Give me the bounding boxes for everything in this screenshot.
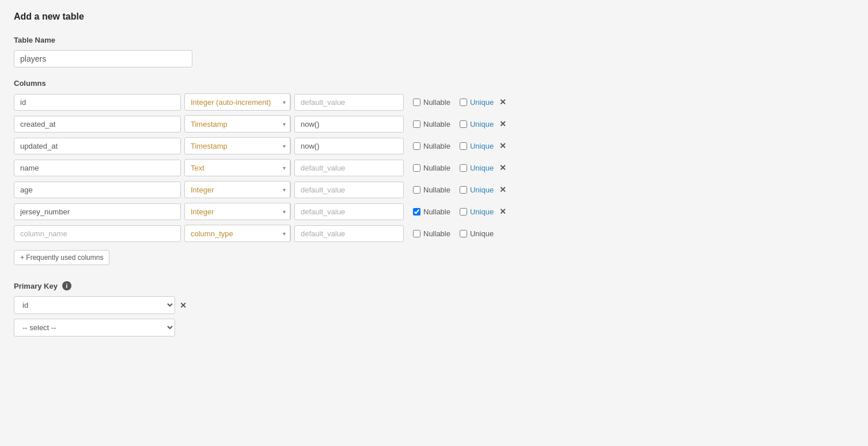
column-name-input[interactable] [14, 94, 181, 111]
columns-label: Columns [14, 79, 854, 88]
table-name-input[interactable] [14, 50, 192, 67]
unique-label: Unique [470, 186, 494, 194]
nullable-label: Nullable [423, 207, 450, 216]
nullable-group: Nullable [413, 142, 450, 150]
unique-group: Unique [460, 164, 494, 172]
column-type-divider [290, 116, 290, 132]
unique-label: Unique [470, 142, 494, 150]
unique-checkbox[interactable] [460, 230, 467, 237]
column-default-input[interactable] [294, 116, 404, 133]
nullable-checkbox[interactable] [413, 208, 420, 216]
column-type-select[interactable]: Integer (auto-increment)IntegerBigIntege… [185, 138, 290, 154]
frequently-used-button[interactable]: + Frequently used columns [14, 250, 109, 265]
column-default-input[interactable] [294, 138, 404, 154]
primary-key-label: Primary Key [14, 282, 58, 290]
column-type-wrapper: Integer (auto-increment)IntegerBigIntege… [184, 93, 291, 111]
nullable-group: Nullable [413, 229, 450, 238]
unique-label: Unique [470, 229, 494, 238]
nullable-group: Nullable [413, 207, 450, 216]
nullable-checkbox[interactable] [413, 164, 420, 172]
primary-key-select[interactable]: -- select --idcreated_atupdated_atnameag… [14, 319, 175, 337]
column-name-input[interactable] [14, 203, 181, 220]
column-type-divider [290, 225, 290, 241]
column-type-select[interactable]: Integer (auto-increment)IntegerBigIntege… [185, 116, 290, 132]
unique-checkbox[interactable] [460, 142, 467, 150]
nullable-group: Nullable [413, 186, 450, 194]
unique-label: Unique [470, 98, 494, 107]
column-default-input[interactable] [294, 94, 404, 111]
column-default-input[interactable] [294, 225, 404, 242]
column-type-select[interactable]: Integer (auto-increment)IntegerBigIntege… [185, 95, 290, 110]
unique-group: Unique [460, 229, 494, 238]
unique-label: Unique [470, 164, 494, 172]
table-row: Integer (auto-increment)IntegerBigIntege… [14, 115, 854, 133]
remove-column-button[interactable]: ✕ [497, 118, 509, 130]
columns-container: Integer (auto-increment)IntegerBigIntege… [14, 93, 854, 242]
unique-group: Unique [460, 120, 494, 128]
unique-group: Unique [460, 142, 494, 150]
column-type-select[interactable]: Integer (auto-increment)IntegerBigIntege… [185, 160, 290, 176]
column-type-select[interactable]: Integer (auto-increment)IntegerBigIntege… [185, 204, 290, 220]
unique-group: Unique [460, 98, 494, 107]
page-title: Add a new table [14, 12, 854, 22]
remove-column-button[interactable]: ✕ [497, 140, 509, 152]
column-type-wrapper: column_typeInteger (auto-increment)Integ… [184, 225, 291, 242]
nullable-group: Nullable [413, 98, 450, 107]
column-type-wrapper: Integer (auto-increment)IntegerBigIntege… [184, 115, 291, 133]
nullable-label: Nullable [423, 229, 450, 238]
nullable-checkbox[interactable] [413, 142, 420, 150]
column-type-select[interactable]: Integer (auto-increment)IntegerBigIntege… [185, 182, 290, 198]
unique-label: Unique [470, 207, 494, 216]
remove-column-button[interactable]: ✕ [497, 162, 509, 173]
column-type-select[interactable]: column_typeInteger (auto-increment)Integ… [185, 226, 290, 241]
unique-checkbox[interactable] [460, 208, 467, 216]
column-default-input[interactable] [294, 203, 404, 220]
pk-row: -- select --idcreated_atupdated_atnameag… [14, 296, 854, 314]
table-row: Integer (auto-increment)IntegerBigIntege… [14, 203, 854, 220]
unique-checkbox[interactable] [460, 120, 467, 128]
column-type-wrapper: Integer (auto-increment)IntegerBigIntege… [184, 181, 291, 198]
primary-key-select[interactable]: -- select --idcreated_atupdated_atnameag… [14, 296, 175, 314]
column-name-input[interactable] [14, 138, 181, 154]
remove-column-button[interactable]: ✕ [497, 206, 509, 217]
column-name-input[interactable] [14, 225, 181, 242]
unique-group: Unique [460, 186, 494, 194]
column-type-wrapper: Integer (auto-increment)IntegerBigIntege… [184, 159, 291, 176]
unique-checkbox[interactable] [460, 99, 467, 106]
column-type-wrapper: Integer (auto-increment)IntegerBigIntege… [184, 137, 291, 154]
column-type-divider [290, 182, 290, 198]
nullable-label: Nullable [423, 186, 450, 194]
table-row: Integer (auto-increment)IntegerBigIntege… [14, 93, 854, 111]
column-default-input[interactable] [294, 182, 404, 198]
nullable-checkbox[interactable] [413, 120, 420, 128]
remove-column-button[interactable]: ✕ [497, 184, 509, 195]
nullable-group: Nullable [413, 120, 450, 128]
nullable-label: Nullable [423, 98, 450, 107]
column-name-input[interactable] [14, 182, 181, 198]
nullable-checkbox[interactable] [413, 99, 420, 106]
column-type-divider [290, 94, 290, 110]
nullable-group: Nullable [413, 164, 450, 172]
column-type-wrapper: Integer (auto-increment)IntegerBigIntege… [184, 203, 291, 220]
table-row: Integer (auto-increment)IntegerBigIntege… [14, 181, 854, 198]
remove-pk-button[interactable]: ✕ [180, 301, 187, 310]
nullable-label: Nullable [423, 164, 450, 172]
table-row: Integer (auto-increment)IntegerBigIntege… [14, 137, 854, 154]
column-default-input[interactable] [294, 160, 404, 176]
column-name-input[interactable] [14, 160, 181, 176]
pk-container: -- select --idcreated_atupdated_atnameag… [14, 296, 854, 337]
nullable-checkbox[interactable] [413, 186, 420, 194]
unique-checkbox[interactable] [460, 164, 467, 172]
column-type-divider [290, 203, 290, 220]
remove-column-button[interactable]: ✕ [497, 96, 509, 108]
nullable-label: Nullable [423, 142, 450, 150]
primary-key-info-icon: i [62, 281, 71, 290]
nullable-checkbox[interactable] [413, 230, 420, 237]
unique-group: Unique [460, 207, 494, 216]
pk-row: -- select --idcreated_atupdated_atnameag… [14, 319, 854, 337]
column-name-input[interactable] [14, 116, 181, 133]
table-row: Integer (auto-increment)IntegerBigIntege… [14, 159, 854, 176]
unique-label: Unique [470, 120, 494, 128]
table-name-label: Table Name [14, 36, 854, 44]
unique-checkbox[interactable] [460, 186, 467, 194]
